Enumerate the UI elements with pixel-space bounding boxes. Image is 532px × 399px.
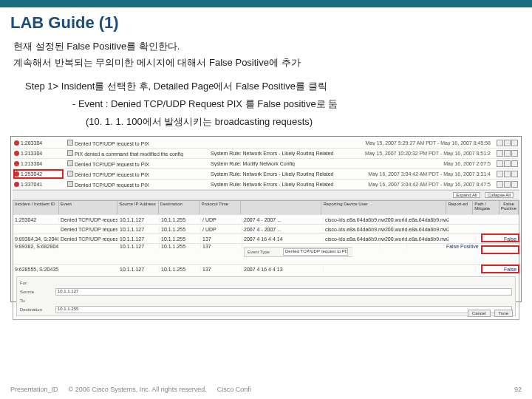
step-1-paren: (10. 1. 1. 100에서 발생시키는 broadcasting requ… xyxy=(86,115,519,129)
time-text: May 15, 2007 5:29:27 AM PDT - May 16, 20… xyxy=(354,140,491,146)
page-title: LAB Guide (1) xyxy=(0,7,532,40)
col-source: Source IP Address xyxy=(117,201,159,214)
cell-src: 10.1.1.127 xyxy=(118,217,160,222)
cell-rp xyxy=(449,236,476,242)
detail-row: 1:253042 Denied TCP/UDP request to PIX 1… xyxy=(13,214,519,224)
tune-dialog: For: Source10.1.1.127 To: Destination10.… xyxy=(16,276,516,316)
action-icon[interactable] xyxy=(497,160,503,167)
to-label: To: xyxy=(20,299,55,303)
for-label: For: xyxy=(20,281,55,285)
action-icon[interactable] xyxy=(497,171,503,177)
rule-text: System Rule: Modify Network Config xyxy=(211,161,351,166)
tune-button[interactable]: Tune xyxy=(494,310,513,317)
time-text: May 16, 2007 3:04:42 AM PDT - May 16, 20… xyxy=(354,171,491,177)
action-icon[interactable] xyxy=(497,150,503,157)
col-dest: Destination xyxy=(159,201,200,214)
collapse-all-button[interactable]: Collapse All xyxy=(485,192,514,198)
action-icon[interactable] xyxy=(504,181,511,188)
cell-pt: 137 xyxy=(201,236,242,242)
event-icon xyxy=(67,160,73,166)
action-icon[interactable] xyxy=(511,150,518,157)
cell-rp xyxy=(449,267,476,272)
action-icon[interactable] xyxy=(504,160,511,167)
cell-rd: cisco-ids.e8a.64da6b9.nw200.world.e8a.64… xyxy=(324,227,449,232)
footer-confidential: Cisco Confi xyxy=(217,386,251,393)
event-type-label: Event Type xyxy=(248,250,283,254)
false-positive-link[interactable]: False Positive xyxy=(446,244,479,249)
detail-panel: Incident / Incident ID Event Source IP A… xyxy=(13,200,519,320)
cell-pt: 137 xyxy=(201,267,242,272)
severity-dot-icon xyxy=(14,151,19,156)
detail-row: 9:89384,34, S:20481 Denied TCP/UDP reque… xyxy=(13,233,519,243)
cell-id: 9:89382, S:682804 xyxy=(13,244,59,249)
incident-id: 1:253042 xyxy=(21,171,42,177)
rule-text: System Rule: Network Errors - Likely Rou… xyxy=(211,171,351,177)
cell-id: 1:253042 xyxy=(13,217,59,222)
event-type-value: Denied TCP/UDP request to PIX xyxy=(283,248,348,256)
action-icon[interactable] xyxy=(497,181,503,188)
expand-collapse-bar: Expand All Collapse All xyxy=(13,190,519,200)
action-icon[interactable] xyxy=(504,140,511,146)
cell-pm xyxy=(381,244,407,249)
cell-time: 2007 4 16 4 4 13 xyxy=(242,267,324,272)
event-text: Denied TCP/UDP request to PIX xyxy=(75,183,149,188)
col-falsepositive: False Positive xyxy=(499,201,519,214)
incident-list: 1:283304 Denied TCP/UDP request to PIX M… xyxy=(13,138,519,200)
severity-dot-icon xyxy=(14,140,19,146)
detail-header: Incident / Incident ID Event Source IP A… xyxy=(13,201,519,214)
source-input[interactable]: 10.1.1.127 xyxy=(55,288,512,296)
cell-id: 9:628555, S:20435 xyxy=(13,267,59,272)
cell-time: 2007 4 - 2007 ... xyxy=(242,217,324,222)
action-icon[interactable] xyxy=(497,140,503,146)
col-event: Event xyxy=(59,201,118,214)
step-1: Step 1> Insident를 선택한 후, Detailed Page에서… xyxy=(25,80,519,93)
cell-src: 10.1.1.127 xyxy=(118,236,160,242)
severity-dot-icon xyxy=(14,161,19,166)
event-type-box: Event TypeDenied TCP/UDP request to PIX xyxy=(244,247,352,257)
cell-dst: 10.1.1.255 xyxy=(160,267,201,272)
action-icon[interactable] xyxy=(511,140,518,146)
col-reporting: Reporting Device User xyxy=(321,201,446,214)
detail-row: 9:89382, S:682804 10.1.1.127 10.1.1.255 … xyxy=(13,243,519,264)
cell-id: 9:89384,34, S:20481 xyxy=(13,236,59,242)
false-positive-link[interactable]: False Positive xyxy=(504,267,519,272)
incident-row[interactable]: 1:213304 Denied TCP/UDP request to PIX S… xyxy=(13,159,519,169)
incident-row[interactable]: 1:253042 Denied TCP/UDP request to PIX S… xyxy=(13,169,519,180)
cell-pt: / UDP xyxy=(201,217,242,222)
col-time xyxy=(241,201,321,214)
event-text: PIX denied a command that modified the c… xyxy=(75,151,183,157)
cell-dst: 10.1.1.255 xyxy=(160,227,201,232)
cell-evt: Denied TCP/UDP request to PIX xyxy=(59,227,118,232)
cell-rd: cisco-ids.e8a.64da6b9.nw200.world.e8a.64… xyxy=(324,217,449,222)
incident-id: 1:337041 xyxy=(21,182,42,187)
dest-input[interactable]: 10.1.1.255 xyxy=(55,306,512,313)
incident-row[interactable]: 1:283304 Denied TCP/UDP request to PIX M… xyxy=(13,138,519,149)
footer-copyright: © 2006 Cisco Systems, Inc. All rights re… xyxy=(69,386,207,393)
cell-rd: cisco-ids.e8a.64da6b9.nw200.world.e8a.64… xyxy=(324,236,449,242)
footer-presentation-id: Presentation_ID xyxy=(10,386,58,393)
incident-row[interactable]: 1:337041 Denied TCP/UDP request to PIX S… xyxy=(13,180,519,190)
action-icon[interactable] xyxy=(504,171,511,177)
rule-text: System Rule: Network Errors - Likely Rou… xyxy=(211,182,351,187)
cell-evt: Denied TCP/UDP request to PIX xyxy=(59,236,118,242)
event-icon xyxy=(67,171,73,177)
incident-id: 1:283304 xyxy=(21,140,42,146)
cancel-button[interactable]: Cancel xyxy=(468,310,491,317)
cell-dst: 10.1.1.255 xyxy=(160,236,201,242)
action-icon[interactable] xyxy=(511,181,518,188)
page-number: 92 xyxy=(514,386,522,393)
cell-pt: / UDP xyxy=(201,227,242,232)
action-icon[interactable] xyxy=(511,160,518,167)
detail-row: 9:628555, S:20435 10.1.1.127 10.1.1.255 … xyxy=(13,264,519,273)
action-icon[interactable] xyxy=(511,171,518,177)
intro-line-2: 계속해서 반복되는 무의미한 메시지에 대해서 False Positive에 … xyxy=(13,56,519,69)
time-text: May 16, 2007 3:04:42 AM PDT - May 16, 20… xyxy=(354,182,491,187)
event-text: Denied TCP/UDP request to PIX xyxy=(75,141,149,146)
expand-all-button[interactable]: Expand All xyxy=(453,192,480,198)
incident-row[interactable]: 1:213304 PIX denied a command that modif… xyxy=(13,149,519,159)
false-positive-link[interactable]: False Positive xyxy=(504,236,519,242)
step-1-dash: - Event : Denied TCP/UDP Request PIX 를 F… xyxy=(72,98,519,111)
action-icon[interactable] xyxy=(504,150,511,157)
severity-dot-icon xyxy=(14,182,19,187)
event-text: Denied TCP/UDP request to PIX xyxy=(75,172,149,177)
